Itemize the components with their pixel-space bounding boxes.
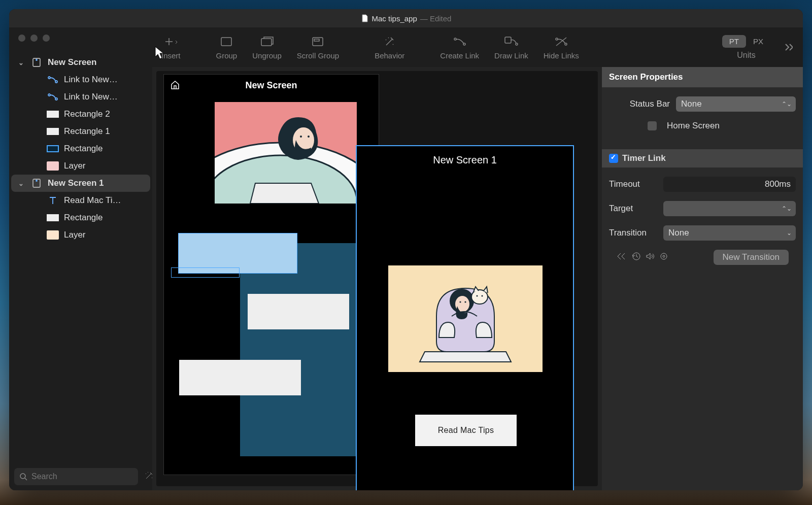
layer-label: Rectangle 2 bbox=[64, 109, 110, 119]
rectangle-icon bbox=[47, 109, 59, 119]
screen-icon bbox=[30, 57, 43, 68]
layer-rectangle-1[interactable]: Rectangle 1 bbox=[11, 123, 150, 140]
minimize-dot[interactable] bbox=[30, 35, 38, 42]
toolbar-label: Scroll Group bbox=[297, 51, 339, 60]
svg-point-8 bbox=[20, 474, 25, 479]
close-dot[interactable] bbox=[18, 35, 25, 42]
scrollgroup-button[interactable]: Scroll Group bbox=[297, 35, 339, 60]
canvas-rect-b[interactable] bbox=[171, 267, 240, 278]
home-icon bbox=[170, 80, 180, 92]
transition-select[interactable]: None⌄ bbox=[663, 225, 796, 241]
timeout-label: Timeout bbox=[609, 179, 657, 189]
new-transition-button[interactable]: New Transition bbox=[714, 250, 789, 265]
home-screen-label: Home Screen bbox=[667, 121, 720, 131]
search-input[interactable] bbox=[14, 468, 138, 485]
layer-sidebar: ⌄ New Screen Link to New… Link to New… R… bbox=[9, 27, 152, 490]
chevron-down-icon: ⌄ bbox=[18, 59, 25, 66]
rectangle-icon bbox=[47, 126, 59, 137]
toolbar-label: Ungroup bbox=[252, 51, 282, 60]
toolbar-label: Group bbox=[216, 51, 238, 60]
svg-point-26 bbox=[308, 136, 310, 138]
units-px[interactable]: PX bbox=[746, 35, 770, 48]
image-icon bbox=[47, 161, 59, 171]
units-control: PT PX Units bbox=[722, 35, 770, 60]
history-icon[interactable] bbox=[631, 252, 640, 263]
edited-status: — Edited bbox=[420, 14, 452, 23]
layer-label: Read Mac Ti… bbox=[64, 195, 121, 206]
link-icon bbox=[47, 92, 59, 102]
group-button[interactable]: Group bbox=[216, 35, 238, 60]
rectangle-icon bbox=[47, 144, 59, 154]
window-titlebar: Mac tips_app — Edited bbox=[9, 9, 803, 27]
image-icon bbox=[47, 230, 59, 240]
canvas-rect-d[interactable] bbox=[179, 360, 301, 395]
layer-text[interactable]: Read Mac Ti… bbox=[11, 192, 150, 209]
sound-icon[interactable] bbox=[646, 252, 655, 263]
screen-title: New Screen 1 bbox=[357, 146, 573, 174]
ungroup-button[interactable]: Ungroup bbox=[252, 35, 282, 60]
layer-label: Link to New… bbox=[64, 92, 118, 102]
svg-point-31 bbox=[464, 301, 466, 302]
layer-label: New Screen bbox=[48, 57, 96, 68]
rewind-icon[interactable] bbox=[616, 252, 626, 263]
layer-image-2[interactable]: Layer bbox=[11, 226, 150, 244]
canvas-screen-1[interactable]: New Screen bbox=[163, 74, 379, 475]
layer-image-1[interactable]: Layer bbox=[11, 157, 150, 175]
target-label: Target bbox=[609, 204, 657, 214]
window-controls bbox=[9, 27, 152, 49]
layer-label: Layer bbox=[64, 161, 86, 171]
illustration-1[interactable] bbox=[215, 102, 357, 204]
layer-screen-2[interactable]: ⌄ New Screen 1 bbox=[11, 175, 150, 192]
drawlink-button[interactable]: Draw Link bbox=[494, 35, 528, 60]
layer-rectangle-2[interactable]: Rectangle 2 bbox=[11, 106, 150, 123]
timer-link-header[interactable]: Timer Link bbox=[602, 149, 803, 167]
svg-point-18 bbox=[516, 43, 518, 45]
layer-label: Rectangle bbox=[64, 144, 103, 154]
main-toolbar: Insert Group Ungroup Scroll Group Behavi… bbox=[152, 27, 803, 67]
layer-screen-1[interactable]: ⌄ New Screen bbox=[11, 54, 150, 71]
createlink-button[interactable]: Create Link bbox=[440, 35, 479, 60]
home-screen-checkbox[interactable] bbox=[648, 121, 657, 130]
chevron-down-icon: ⌄ bbox=[18, 180, 25, 187]
layer-link-2[interactable]: Link to New… bbox=[11, 88, 150, 106]
layer-rectangle-3[interactable]: Rectangle bbox=[11, 209, 150, 226]
timer-link-checkbox[interactable] bbox=[609, 154, 618, 163]
layer-label: Rectangle 1 bbox=[64, 126, 110, 137]
read-tips-button[interactable]: Read Mac Tips bbox=[415, 415, 517, 446]
units-pt[interactable]: PT bbox=[722, 35, 746, 48]
person-cat-chair-illustration bbox=[388, 265, 543, 372]
illustration-2[interactable] bbox=[388, 265, 543, 372]
canvas-screen-2[interactable]: New Screen 1 bbox=[356, 145, 574, 490]
screen-title: New Screen bbox=[245, 80, 297, 91]
canvas[interactable]: New Screen bbox=[152, 67, 602, 490]
overflow-button[interactable] bbox=[780, 40, 794, 54]
toolbar-label: Draw Link bbox=[494, 51, 528, 60]
svg-point-7 bbox=[36, 180, 37, 181]
hidelinks-button[interactable]: Hide Links bbox=[544, 35, 579, 60]
zoom-dot[interactable] bbox=[43, 35, 50, 42]
layer-label: New Screen 1 bbox=[48, 178, 104, 188]
canvas-rect-c[interactable] bbox=[248, 294, 349, 329]
select-value: None bbox=[668, 228, 689, 238]
group-icon bbox=[218, 35, 234, 48]
search-text[interactable] bbox=[31, 472, 133, 481]
svg-point-37 bbox=[663, 255, 665, 257]
transition-label: Transition bbox=[609, 228, 657, 238]
svg-rect-11 bbox=[221, 38, 231, 46]
canvas-background-block[interactable] bbox=[240, 243, 357, 456]
layer-rectangle-sel[interactable]: Rectangle bbox=[11, 140, 150, 157]
drawlink-icon bbox=[503, 35, 519, 48]
rectangle-icon bbox=[47, 213, 59, 223]
svg-point-1 bbox=[36, 59, 37, 60]
ungroup-icon bbox=[259, 35, 275, 48]
behavior-button[interactable]: Behavior bbox=[375, 35, 404, 60]
layer-link-1[interactable]: Link to New… bbox=[11, 71, 150, 88]
target-icon[interactable] bbox=[660, 252, 668, 263]
layer-label: Layer bbox=[64, 230, 86, 240]
toolbar-label: Create Link bbox=[440, 51, 479, 60]
status-bar-select[interactable]: None⌃⌄ bbox=[676, 96, 796, 112]
timeout-input[interactable]: 800ms bbox=[663, 177, 796, 192]
layer-list: ⌄ New Screen Link to New… Link to New… R… bbox=[9, 49, 152, 463]
target-select[interactable]: ⌃⌄ bbox=[663, 201, 796, 216]
chevron-down-icon: ⌄ bbox=[787, 229, 792, 237]
